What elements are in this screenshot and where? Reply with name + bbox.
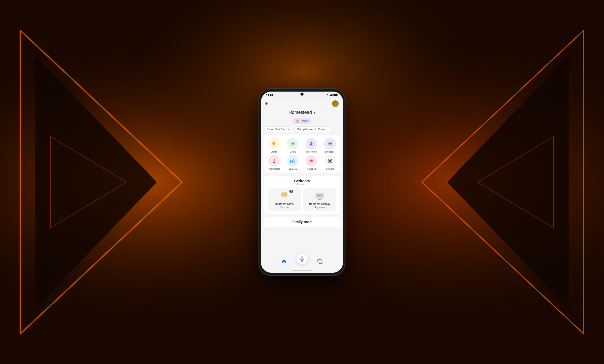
- bedroom-display-action[interactable]: Play music: [306, 206, 334, 209]
- thermostat-icon-circle: [268, 155, 280, 167]
- top-bar: +: [261, 98, 343, 109]
- svg-rect-13: [331, 94, 332, 96]
- bedroom-section: Bedroom 4 devices 3: [264, 176, 340, 214]
- action-broadcast[interactable]: Broadcast: [322, 138, 338, 153]
- camera-label: Camera: [289, 168, 297, 170]
- app-content[interactable]: + Homestead ▾ 🏠 Home Set up Nest Cam ✕: [261, 98, 343, 255]
- thermostat-label: Thermostat: [268, 168, 280, 170]
- battery-icon: [333, 94, 338, 97]
- routines-svg-icon: [309, 158, 314, 164]
- bedroom-lights-icon-area: 3: [270, 191, 298, 201]
- media-label: Media: [290, 151, 296, 153]
- svg-point-51: [317, 195, 319, 196]
- broadcast-svg-icon: [327, 141, 333, 146]
- svg-point-53: [321, 195, 322, 196]
- nav-home-icon[interactable]: [279, 258, 289, 266]
- setup-nest-cam-label: Set up Nest Cam: [267, 128, 286, 131]
- home-title-section: Homestead ▾: [261, 109, 343, 117]
- bedroom-display-icon-area: [306, 191, 334, 201]
- svg-point-24: [311, 142, 312, 144]
- bedroom-lights-name: Bedroom lights: [270, 202, 298, 205]
- status-time: 11:01: [266, 94, 273, 97]
- family-room-section: Family room: [264, 217, 340, 227]
- lights-svg-icon: [271, 141, 277, 146]
- family-room-name: Family room: [267, 220, 337, 224]
- action-media[interactable]: Media: [284, 138, 301, 153]
- svg-point-31: [273, 162, 275, 163]
- svg-point-52: [319, 195, 320, 196]
- svg-point-28: [329, 143, 331, 144]
- thermostat-svg-icon: [271, 158, 277, 164]
- settings-svg-icon: [327, 158, 333, 164]
- bedroom-devices: 3 Bedroom lights: [267, 188, 337, 211]
- action-routines[interactable]: Routines: [303, 155, 320, 170]
- action-settings[interactable]: Settings: [322, 155, 338, 170]
- setup-household-label: Set up Household Conta…: [297, 128, 327, 131]
- routines-icon-circle: [306, 155, 317, 167]
- action-lights[interactable]: Lights: [266, 138, 282, 153]
- add-button[interactable]: +: [265, 101, 268, 106]
- bedroom-lights-card[interactable]: 3 Bedroom lights: [268, 188, 301, 211]
- home-chip-label: Home: [301, 119, 308, 122]
- media-icon-circle: [287, 138, 298, 149]
- action-thermostat[interactable]: Thermostat: [266, 155, 282, 170]
- svg-rect-14: [332, 94, 333, 96]
- bedroom-lights-svg: [278, 191, 291, 201]
- home-name: Homestead: [289, 110, 312, 115]
- bedroom-lights-action[interactable]: Turn on: [270, 206, 298, 209]
- lights-label: Lights: [271, 151, 277, 153]
- quick-actions-grid: Lights Media Call Home: [264, 135, 340, 173]
- camera-svg-icon: [290, 158, 295, 164]
- broadcast-icon-circle: [324, 138, 336, 149]
- bedroom-name: Bedroom: [267, 179, 337, 183]
- avatar[interactable]: [332, 100, 339, 107]
- bottom-nav: [261, 255, 343, 269]
- media-svg-icon: [290, 141, 295, 146]
- svg-point-59: [302, 259, 303, 259]
- svg-rect-16: [334, 94, 337, 96]
- svg-rect-11: [330, 95, 330, 96]
- broadcast-label: Broadcast: [325, 151, 335, 153]
- action-camera[interactable]: Camera: [284, 155, 301, 170]
- bedroom-header: Bedroom 4 devices: [267, 179, 337, 186]
- callhome-svg-icon: [309, 141, 314, 146]
- camera-cutout: [300, 93, 304, 96]
- callhome-label: Call Home: [306, 151, 317, 153]
- svg-rect-30: [274, 160, 274, 162]
- svg-rect-12: [330, 95, 331, 96]
- svg-rect-61: [319, 262, 322, 264]
- phone-screen: 11:01 + Homestead: [261, 92, 343, 273]
- setup-nest-cam-close[interactable]: ✕: [288, 128, 290, 131]
- bedroom-lights-badge: 3: [289, 190, 293, 193]
- lights-icon-circle: [268, 138, 280, 149]
- svg-rect-48: [285, 197, 287, 197]
- settings-label: Settings: [326, 168, 334, 170]
- mic-fab-button[interactable]: [296, 253, 308, 265]
- family-room-header: Family room: [267, 220, 337, 224]
- phone-shell: 11:01 + Homestead: [259, 89, 345, 276]
- setup-row: Set up Nest Cam ✕ Set up Household Conta…: [261, 126, 343, 135]
- home-chip-row: 🏠 Home: [261, 117, 343, 126]
- setup-nest-cam-pill[interactable]: Set up Nest Cam ✕: [264, 126, 292, 132]
- setup-household-pill[interactable]: Set up Household Conta…: [294, 126, 330, 132]
- callhome-icon-circle: [306, 138, 317, 149]
- svg-rect-60: [318, 260, 321, 262]
- bedroom-device-count: 4 devices: [267, 183, 337, 186]
- home-bar: [292, 270, 312, 271]
- action-callhome[interactable]: Call Home: [303, 138, 320, 153]
- svg-rect-20: [273, 145, 274, 145]
- svg-point-38: [292, 161, 293, 162]
- settings-icon-circle: [324, 155, 336, 167]
- routines-label: Routines: [307, 168, 316, 170]
- status-icons: [326, 94, 338, 97]
- home-chip-icon: 🏠: [296, 119, 299, 123]
- camera-icon-circle: [287, 155, 298, 167]
- nav-devices-icon[interactable]: [315, 258, 325, 266]
- svg-rect-55: [318, 199, 321, 200]
- wifi-icon: [326, 94, 329, 97]
- home-chip[interactable]: 🏠 Home: [292, 118, 312, 124]
- bedroom-display-svg: [313, 191, 326, 201]
- dropdown-arrow[interactable]: ▾: [314, 111, 315, 115]
- bedroom-display-card[interactable]: Bedroom Display Play music: [303, 188, 336, 211]
- svg-point-39: [294, 160, 294, 161]
